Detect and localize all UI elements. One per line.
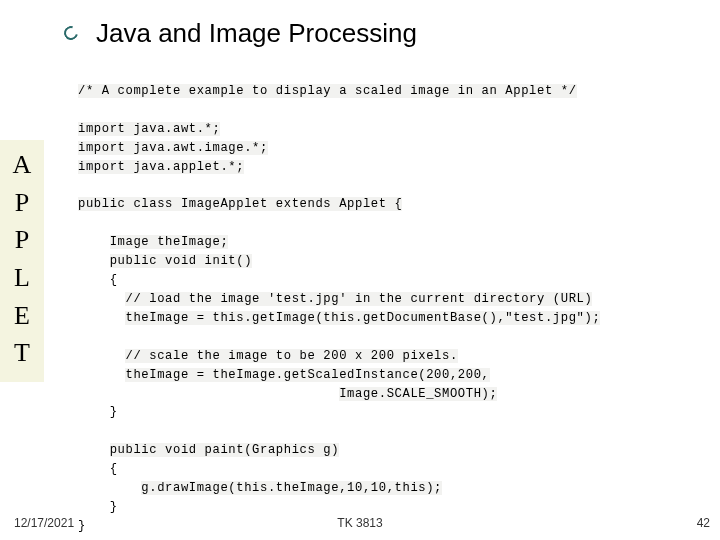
sidebar-letter: A [0, 146, 44, 184]
code-line: public void init() [110, 254, 252, 268]
code-line: // load the image 'test.jpg' in the curr… [125, 292, 592, 306]
code-line: } [78, 519, 86, 533]
code-line: } [110, 405, 118, 419]
code-line: } [110, 500, 118, 514]
sidebar-applet-label: A P P L E T [0, 140, 44, 382]
code-line: { [110, 273, 118, 287]
code-line: Image theImage; [110, 235, 229, 249]
code-line: { [110, 462, 118, 476]
sidebar-letter: P [0, 184, 44, 222]
sidebar-letter: L [0, 259, 44, 297]
code-line: import java.awt.*; [78, 122, 220, 136]
code-line: theImage = this.getImage(this.getDocumen… [125, 311, 600, 325]
code-line: public class ImageApplet extends Applet … [78, 197, 402, 211]
code-line: theImage = theImage.getScaledInstance(20… [125, 368, 489, 382]
code-line: import java.applet.*; [78, 160, 244, 174]
title-bullet [61, 23, 80, 42]
footer-page-number: 42 [697, 516, 710, 530]
slide-title: Java and Image Processing [96, 18, 417, 49]
code-line: public void paint(Graphics g) [110, 443, 340, 457]
footer-date: 12/17/2021 [14, 516, 74, 530]
sidebar-letter: T [0, 334, 44, 372]
code-line: // scale the image to be 200 x 200 pixel… [125, 349, 457, 363]
code-line: import java.awt.image.*; [78, 141, 268, 155]
sidebar-letter: E [0, 297, 44, 335]
code-line: Image.SCALE_SMOOTH); [339, 387, 497, 401]
sidebar-letter: P [0, 221, 44, 259]
code-line: g.drawImage(this.theImage,10,10,this); [141, 481, 442, 495]
footer-course: TK 3813 [337, 516, 382, 530]
code-listing: /* A complete example to display a scale… [78, 82, 698, 536]
code-line: /* A complete example to display a scale… [78, 84, 577, 98]
